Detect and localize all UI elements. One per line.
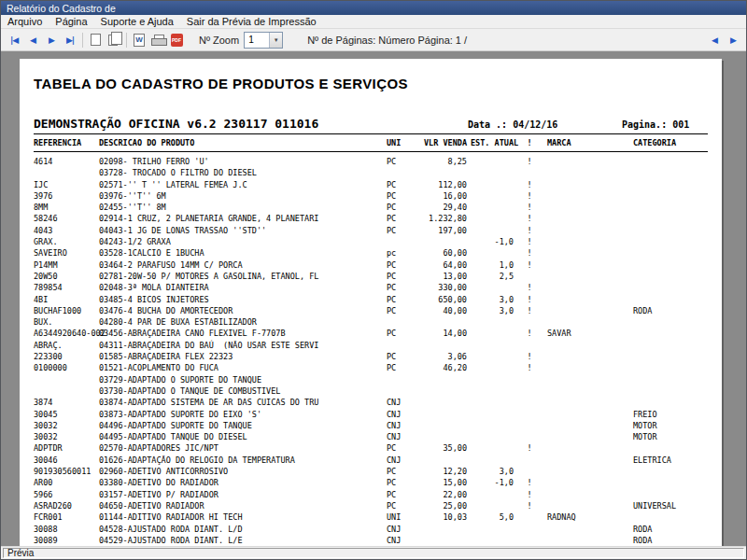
- status-panel: Prévia: [3, 548, 744, 558]
- cell-vlr: 22,00: [415, 489, 471, 500]
- cell-vlr: [415, 385, 471, 397]
- cell-ref: 30045: [34, 409, 99, 420]
- menu-item-suporte[interactable]: Suporte e Ajuda: [94, 15, 180, 29]
- cell-excl: [517, 271, 542, 282]
- scroll-left-button[interactable]: ◀: [705, 31, 724, 49]
- menu-item-sair-previa[interactable]: Sair da Prévia de Impressão: [180, 15, 323, 29]
- table-row: AR0003380-ADETIVO DO RADIADORPC15,00-1,0…: [34, 477, 708, 488]
- cell-ref: 223300: [34, 351, 99, 362]
- cell-excl: [517, 374, 542, 385]
- zoom-combobox[interactable]: 1 ▼: [244, 32, 283, 49]
- cell-cat: [627, 282, 708, 293]
- cell-vlr: 650,00: [415, 294, 471, 305]
- cell-marca: [542, 351, 627, 362]
- chevron-down-icon[interactable]: ▼: [269, 33, 282, 48]
- cell-est: [471, 316, 517, 328]
- cell-uni: PC: [387, 305, 415, 316]
- previous-page-button[interactable]: ◀: [23, 31, 42, 49]
- cell-ref: 4614: [34, 156, 99, 167]
- first-page-button[interactable]: |◀: [5, 31, 23, 49]
- menu-item-arquivo[interactable]: Arquivo: [1, 15, 49, 29]
- cell-excl: [517, 340, 542, 351]
- cell-marca: [542, 179, 627, 190]
- cell-est: [471, 282, 517, 293]
- cell-marca: [542, 362, 627, 373]
- cell-vlr: 64,00: [415, 259, 471, 271]
- export-word-button[interactable]: W: [130, 31, 148, 49]
- multi-page-view-button[interactable]: [105, 31, 123, 49]
- cell-est: 2,5: [471, 271, 517, 282]
- cell-ref: A6344920640-002: [34, 328, 99, 339]
- divider-line: [34, 151, 708, 152]
- header-uni: UNI: [387, 137, 415, 149]
- cell-cat: [627, 202, 708, 213]
- cell-excl: !: [517, 351, 542, 362]
- table-row: 3008804528-AJUSTADO RODA DIANT. L/DCNJRO…: [34, 524, 708, 535]
- cell-uni: PC: [387, 282, 415, 293]
- cell-ref: 3874: [34, 397, 99, 408]
- cell-desc: 03728- TROCADO O FILTRO DO DIESEL: [99, 167, 387, 178]
- cell-vlr: [415, 397, 471, 408]
- cell-marca: SAVAR: [542, 328, 627, 339]
- cell-est: [471, 213, 517, 224]
- cell-cat: UNIVERSAL: [627, 500, 708, 511]
- cell-uni: PC: [387, 362, 415, 373]
- cell-vlr: 15,00: [415, 477, 471, 488]
- table-row: 03729-ADAPTADO O SUPORTE DO TANQUE: [34, 374, 708, 385]
- cell-uni: UNI: [387, 511, 415, 523]
- report-page-number: Pagina.: 001: [622, 119, 689, 130]
- table-row: 404304043-1 JG DE LONAS TRASSAO ''STD''P…: [34, 225, 708, 236]
- cell-vlr: [415, 535, 471, 546]
- cell-cat: [627, 225, 708, 236]
- cell-uni: PC: [387, 271, 415, 282]
- print-button[interactable]: [148, 31, 167, 49]
- cell-est: [471, 156, 517, 167]
- cell-marca: [542, 282, 627, 293]
- cell-vlr: [415, 431, 471, 442]
- cell-vlr: 12,20: [415, 466, 471, 477]
- cell-vlr: 60,00: [415, 247, 471, 259]
- cell-ref: GRAX.: [34, 236, 99, 247]
- single-page-view-button[interactable]: [86, 31, 105, 49]
- cell-ref: 901930560011: [34, 466, 99, 477]
- cell-cat: RODA: [627, 535, 708, 546]
- cell-desc: 01626-ADAPTAÇÃO DO RELOGIO DA TEMPERATUR…: [99, 455, 387, 466]
- last-page-button[interactable]: ▶|: [61, 31, 79, 49]
- header-exclamation: !: [517, 137, 542, 149]
- header-est-atual: EST. ATUAL: [471, 137, 517, 149]
- cell-est: [471, 524, 517, 535]
- cell-desc: 01144-ADITIVO RADIADOR HI TECH: [99, 511, 387, 523]
- export-pdf-button[interactable]: PDF: [167, 31, 186, 49]
- cell-excl: !: [517, 477, 542, 488]
- cell-excl: !: [517, 259, 542, 271]
- cell-uni: PC: [387, 156, 415, 167]
- menu-item-pagina[interactable]: Página: [49, 15, 93, 29]
- cell-ref: 30032: [34, 420, 99, 431]
- nav-left-icon: ◀: [712, 35, 717, 45]
- cell-cat: [627, 190, 708, 202]
- cell-marca: [542, 455, 627, 466]
- cell-vlr: 8,25: [415, 156, 471, 167]
- table-row: 8MM02455-''T'' 8MPC29,40!: [34, 202, 708, 213]
- table-row: 4BI03485-4 BICOS INJETORESPC650,003,0!: [34, 294, 708, 305]
- cell-excl: !: [517, 156, 542, 167]
- cell-desc: 03528-1CALCIO E 1BUCHA: [99, 247, 387, 259]
- print-preview-area[interactable]: TABELA DO CADASTRO DE PRODUTOS E SERVIÇO…: [1, 51, 746, 546]
- report-title: TABELA DO CADASTRO DE PRODUTOS E SERVIÇO…: [34, 76, 708, 91]
- table-row: 3003204496-ADAPTADO SUPORTE DO TANQUECNJ…: [34, 420, 708, 431]
- scroll-right-button[interactable]: ▶: [724, 31, 742, 49]
- cell-est: [471, 202, 517, 213]
- cell-marca: [542, 316, 627, 328]
- window-titlebar[interactable]: Relatório do Cadastro de: [1, 1, 746, 15]
- table-row: 22330001585-ABRAÇADEIRA FLEX 22323PC3,06…: [34, 351, 708, 362]
- cell-cat: [627, 442, 708, 454]
- next-page-button[interactable]: ▶: [42, 31, 61, 49]
- table-row: 90193056001102960-ADETIVO ANTICORROSIVOP…: [34, 466, 708, 477]
- cell-cat: [627, 374, 708, 385]
- cell-ref: 30032: [34, 431, 99, 442]
- cell-cat: [627, 213, 708, 224]
- cell-vlr: 1.232,80: [415, 213, 471, 224]
- zoom-label: Nº Zoom: [199, 35, 239, 46]
- cell-uni: PC: [387, 213, 415, 224]
- cell-vlr: 112,00: [415, 179, 471, 190]
